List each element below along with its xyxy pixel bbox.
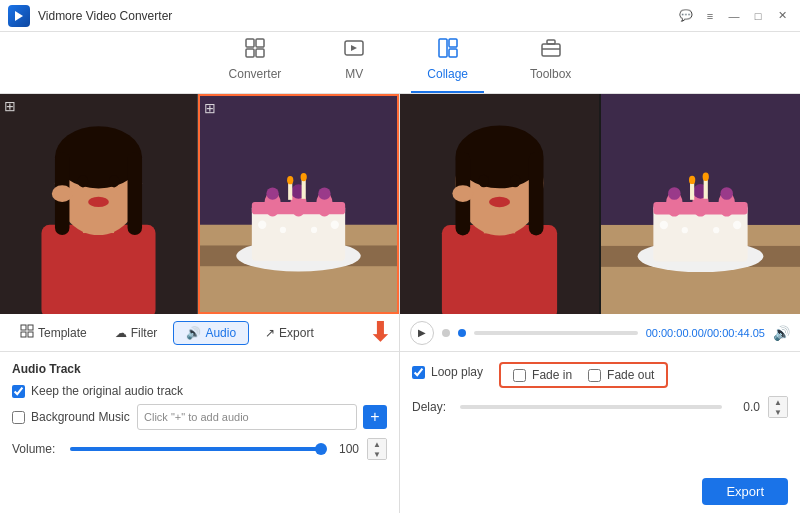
loop-play-checkbox[interactable] [412,366,425,379]
filter-label: Filter [131,326,158,340]
keep-original-row: Keep the original audio track [12,384,387,398]
svg-rect-46 [28,332,33,337]
volume-down-btn[interactable]: ▼ [368,449,386,459]
svg-point-77 [703,173,709,181]
play-dot-1[interactable] [442,329,450,337]
svg-point-56 [489,197,510,207]
svg-rect-4 [256,49,264,57]
video-cell-1[interactable]: ⊞ [0,94,198,314]
left-panel: ⊞ [0,94,400,513]
svg-point-70 [660,221,668,229]
fade-in-item: Fade in [513,368,572,382]
svg-point-21 [88,197,109,207]
playback-bar: ▶ 00:00:00.00/00:00:44.05 🔊 [400,314,800,352]
delay-up-btn[interactable]: ▲ [769,397,787,407]
volume-up-btn[interactable]: ▲ [368,439,386,449]
svg-rect-1 [246,39,254,47]
tab-collage-label: Collage [427,67,468,81]
svg-point-34 [318,187,330,199]
audio-track-title: Audio Track [12,362,387,376]
bg-music-label: Background Music [31,410,131,424]
svg-point-19 [78,175,88,187]
volume-slider-track[interactable] [70,447,321,451]
bg-music-select[interactable]: Click "+" to add audio [137,404,357,430]
svg-point-22 [52,185,73,202]
delay-stepper: ▲ ▼ [768,396,788,418]
svg-point-35 [258,221,266,229]
bg-music-checkbox[interactable] [12,411,25,424]
app-logo [8,5,30,27]
template-label: Template [38,326,87,340]
tab-collage[interactable]: Collage [411,29,484,93]
svg-point-72 [713,227,719,233]
bg-music-add-button[interactable]: + [363,405,387,429]
svg-rect-44 [28,325,33,330]
svg-rect-53 [529,152,544,236]
filter-icon: ☁ [115,326,127,340]
volume-row: Volume: 100 ▲ ▼ [12,438,387,460]
titlebar: Vidmore Video Converter 💬 ≡ — □ ✕ [0,0,800,32]
export-button[interactable]: Export [702,478,788,505]
fade-out-checkbox[interactable] [588,369,601,382]
export-bar-label: Export [279,326,314,340]
svg-point-38 [331,221,339,229]
audio-panel: Audio Track Keep the original audio trac… [0,352,399,513]
template-button[interactable]: Template [8,320,99,345]
tab-toolbox[interactable]: Toolbox [514,29,587,93]
svg-rect-48 [442,225,557,314]
template-icon [20,324,34,341]
svg-point-76 [689,176,695,184]
audio-button[interactable]: 🔊 Audio [173,321,249,345]
arrow-container: ⬇ [330,317,391,348]
filter-button[interactable]: ☁ Filter [103,322,170,344]
fade-out-label: Fade out [607,368,654,382]
time-total: 00:00:44.05 [707,327,765,339]
export-icon: ↗ [265,326,275,340]
fade-in-label: Fade in [532,368,572,382]
maximize-button[interactable]: □ [748,6,768,26]
loop-play-row: Loop play [412,365,483,379]
chat-button[interactable]: 💬 [676,6,696,26]
tab-converter-label: Converter [229,67,282,81]
tab-mv[interactable]: MV [327,29,381,93]
fade-box: Fade in Fade out [499,362,668,388]
svg-rect-18 [128,152,143,235]
right-cell-2 [601,94,800,314]
time-display: 00:00:00.00/00:00:44.05 [646,327,765,339]
volume-slider-thumb[interactable] [315,443,327,455]
play-button[interactable]: ▶ [410,321,434,345]
menu-button[interactable]: ≡ [700,6,720,26]
playback-volume-icon[interactable]: 🔊 [773,325,790,341]
svg-rect-43 [21,325,26,330]
right-settings: Loop play Fade in Fade out Delay: [400,352,800,470]
delay-value: 0.0 [730,400,760,414]
tab-converter[interactable]: Converter [213,29,298,93]
export-bar-button[interactable]: ↗ Export [253,322,326,344]
svg-point-36 [280,227,286,233]
delay-label: Delay: [412,400,452,414]
keep-original-checkbox[interactable] [12,385,25,398]
mv-icon [343,37,365,64]
close-button[interactable]: ✕ [772,6,792,26]
minimize-button[interactable]: — [724,6,744,26]
fade-out-item: Fade out [588,368,654,382]
svg-rect-2 [256,39,264,47]
svg-point-73 [733,221,741,229]
fade-in-checkbox[interactable] [513,369,526,382]
play-dot-2[interactable] [458,329,466,337]
settings-row-1: Loop play Fade in Fade out [412,362,788,388]
volume-stepper: ▲ ▼ [367,438,387,460]
delay-down-btn[interactable]: ▼ [769,407,787,417]
grid-overlay-1: ⊞ [4,98,16,114]
nav-tabs: Converter MV Collage Toolb [0,32,800,94]
svg-point-57 [452,185,473,202]
preview-left: ⊞ [0,94,399,314]
video-cell-2[interactable]: ⊞ [198,94,399,314]
progress-bar[interactable] [474,331,638,335]
audio-label: Audio [205,326,236,340]
svg-point-32 [266,187,278,199]
window-controls: 💬 ≡ — □ ✕ [676,6,792,26]
delay-slider-track[interactable] [460,405,722,409]
tab-mv-label: MV [345,67,363,81]
svg-rect-75 [704,178,708,199]
